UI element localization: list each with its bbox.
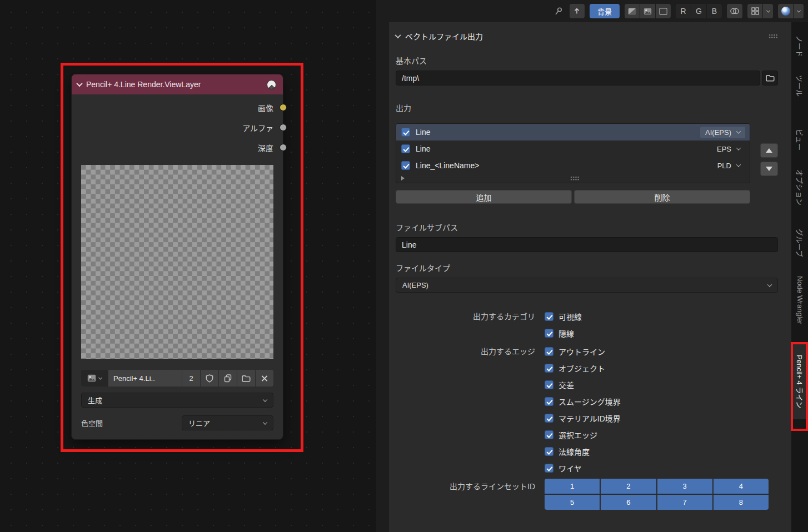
colorspace-dropdown[interactable]: リニア [182, 415, 273, 430]
image-browse-button[interactable] [81, 370, 108, 387]
tab-view[interactable]: ビュー [791, 123, 808, 156]
browse-path-button[interactable] [762, 71, 778, 86]
checkbox-item[interactable]: 可視線 [545, 308, 778, 325]
tab-options[interactable]: オプション [791, 164, 808, 211]
lineset-id-button[interactable]: 2 [601, 479, 656, 494]
panel-collapse-chevron-icon[interactable] [395, 32, 401, 38]
arrow-up-icon [766, 148, 772, 153]
tab-tool[interactable]: ツール [791, 69, 808, 102]
checkbox[interactable] [545, 414, 553, 423]
add-button[interactable]: 追加 [396, 190, 572, 204]
expand-triangle-icon[interactable] [401, 176, 405, 180]
parent-up-button[interactable] [570, 4, 585, 18]
image-source-dropdown[interactable]: 生成 [81, 393, 273, 408]
channel-alpha-button[interactable] [656, 4, 671, 18]
channel-r-button[interactable]: R [676, 4, 691, 18]
checkbox[interactable] [545, 397, 553, 406]
colorspace-value: リニア [188, 418, 210, 428]
format-value: PLD [717, 162, 731, 170]
tab-group[interactable]: グループ [791, 223, 808, 263]
checkbox-item[interactable]: 交差 [545, 377, 778, 393]
checkbox[interactable] [545, 464, 553, 473]
lineset-id-button[interactable]: 5 [545, 495, 600, 510]
output-list-zone: Line AI(EPS) Line EPS [396, 123, 778, 204]
chevron-down-icon [796, 8, 800, 12]
subpath-label: ファイルサブパス [396, 222, 778, 233]
unlink-button[interactable] [255, 370, 273, 387]
fake-user-shield-button[interactable] [200, 370, 218, 387]
checkbox[interactable] [545, 447, 553, 456]
lineset-group: 出力するラインセットID 1 2 3 4 5 6 7 8 [396, 478, 778, 510]
lineset-id-button[interactable]: 7 [657, 495, 712, 510]
drag-grip-icon[interactable] [769, 34, 778, 38]
base-path-input[interactable]: /tmp\ [396, 71, 760, 86]
chevron-down-icon [263, 420, 267, 424]
category-group: 出力するカテゴリ 可視線 隠線 [396, 308, 778, 342]
snap-button[interactable] [747, 4, 762, 18]
checkbox[interactable] [545, 364, 553, 373]
output-list-row[interactable]: Line_<LineName> PLD [396, 157, 750, 174]
overlay-button[interactable] [727, 4, 742, 18]
row-checkbox[interactable] [401, 144, 410, 153]
panel-header[interactable]: ベクトルファイル出力 [396, 29, 778, 43]
snap-group [747, 4, 773, 18]
depth-socket[interactable] [280, 144, 287, 151]
checkbox[interactable] [545, 380, 553, 389]
subpath-input[interactable]: Line [396, 237, 778, 252]
node-editor-canvas[interactable]: Pencil+ 4.Line Render.ViewLayer 画像 アルファ … [0, 0, 376, 532]
checkbox-item[interactable]: 選択エッジ [545, 426, 778, 443]
row-checkbox[interactable] [401, 128, 410, 137]
checkbox-item[interactable]: マテリアルID境界 [545, 410, 778, 426]
format-dropdown[interactable]: PLD [712, 160, 745, 172]
backdrop-toggle-button[interactable]: 背景 [590, 4, 620, 18]
filetype-dropdown[interactable]: AI(EPS) [396, 278, 778, 293]
node-collapse-chevron-icon[interactable] [76, 81, 82, 87]
move-up-button[interactable] [760, 143, 778, 158]
checkbox-label: ワイヤ [558, 463, 582, 474]
display-sphere-button[interactable] [778, 4, 793, 18]
row-checkbox[interactable] [401, 161, 410, 170]
resize-grip-icon[interactable] [570, 176, 580, 180]
lineset-id-button[interactable]: 1 [545, 479, 600, 494]
tab-pencil4-line[interactable]: Pencil+ 4 ライン [791, 344, 808, 419]
checkbox[interactable] [545, 312, 553, 321]
display-menu-button[interactable] [794, 4, 804, 18]
checkbox-item[interactable]: スムージング境界 [545, 393, 778, 410]
checkbox-item[interactable]: 隠線 [545, 325, 778, 342]
checkbox-item[interactable]: ワイヤ [545, 460, 778, 476]
move-down-button[interactable] [760, 162, 778, 176]
open-image-button[interactable] [237, 370, 255, 387]
checkbox-item[interactable]: オブジェクト [545, 360, 778, 377]
checkbox-item[interactable]: アウトライン [545, 343, 778, 360]
checkbox[interactable] [545, 329, 553, 338]
format-dropdown[interactable]: AI(EPS) [700, 127, 745, 138]
edge-label: 出力するエッジ [396, 343, 545, 476]
snap-menu-button[interactable] [763, 4, 773, 18]
image-socket[interactable] [280, 104, 287, 111]
pencil-line-render-node[interactable]: Pencil+ 4.Line Render.ViewLayer 画像 アルファ … [71, 74, 283, 440]
tab-node[interactable]: ノード [791, 30, 808, 63]
lineset-id-button[interactable]: 3 [657, 479, 712, 494]
checkbox[interactable] [545, 347, 553, 356]
channel-color-button[interactable] [640, 4, 655, 18]
duplicate-button[interactable] [218, 370, 237, 387]
channel-color-alpha-button[interactable] [625, 4, 640, 18]
image-name-field[interactable]: Pencil+ 4.Li.. [108, 370, 182, 387]
checkbox[interactable] [545, 430, 553, 439]
lineset-id-button[interactable]: 6 [601, 495, 656, 510]
output-list-row[interactable]: Line AI(EPS) [396, 124, 750, 140]
lineset-id-button[interactable]: 8 [714, 495, 769, 510]
channel-b-button[interactable]: B [707, 4, 722, 18]
output-list-row[interactable]: Line EPS [396, 140, 750, 157]
lineset-id-button[interactable]: 4 [714, 479, 769, 494]
pin-button[interactable] [552, 4, 565, 18]
alpha-socket[interactable] [280, 124, 287, 131]
channel-g-button[interactable]: G [691, 4, 706, 18]
users-count-button[interactable]: 2 [182, 370, 200, 387]
checkbox-item[interactable]: 法線角度 [545, 443, 778, 460]
tab-node-wrangler[interactable]: Node Wrangler [791, 270, 808, 330]
delete-button[interactable]: 削除 [574, 190, 750, 204]
format-dropdown[interactable]: EPS [712, 143, 745, 155]
node-header[interactable]: Pencil+ 4.Line Render.ViewLayer [72, 74, 283, 94]
checkbox-label: スムージング境界 [558, 396, 621, 407]
